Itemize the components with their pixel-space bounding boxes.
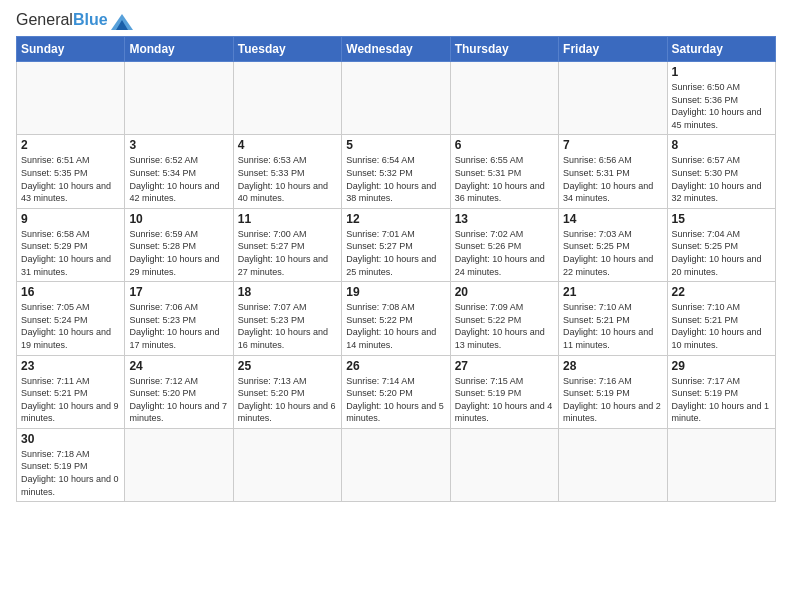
day-info: Sunrise: 6:51 AM Sunset: 5:35 PM Dayligh… — [21, 154, 120, 204]
day-number: 3 — [129, 138, 228, 152]
day-number: 18 — [238, 285, 337, 299]
page: GeneralBlue SundayMondayTuesdayWednesday… — [0, 0, 792, 512]
calendar-cell: 9Sunrise: 6:58 AM Sunset: 5:29 PM Daylig… — [17, 208, 125, 281]
day-info: Sunrise: 6:53 AM Sunset: 5:33 PM Dayligh… — [238, 154, 337, 204]
calendar: SundayMondayTuesdayWednesdayThursdayFrid… — [16, 36, 776, 502]
day-info: Sunrise: 6:50 AM Sunset: 5:36 PM Dayligh… — [672, 81, 771, 131]
calendar-row: 23Sunrise: 7:11 AM Sunset: 5:21 PM Dayli… — [17, 355, 776, 428]
day-number: 23 — [21, 359, 120, 373]
day-info: Sunrise: 7:08 AM Sunset: 5:22 PM Dayligh… — [346, 301, 445, 351]
logo-text: GeneralBlue — [16, 11, 108, 29]
calendar-cell: 29Sunrise: 7:17 AM Sunset: 5:19 PM Dayli… — [667, 355, 775, 428]
calendar-cell: 13Sunrise: 7:02 AM Sunset: 5:26 PM Dayli… — [450, 208, 558, 281]
calendar-header-row: SundayMondayTuesdayWednesdayThursdayFrid… — [17, 37, 776, 62]
day-number: 25 — [238, 359, 337, 373]
day-info: Sunrise: 7:18 AM Sunset: 5:19 PM Dayligh… — [21, 448, 120, 498]
calendar-cell: 28Sunrise: 7:16 AM Sunset: 5:19 PM Dayli… — [559, 355, 667, 428]
calendar-cell: 24Sunrise: 7:12 AM Sunset: 5:20 PM Dayli… — [125, 355, 233, 428]
calendar-cell — [667, 428, 775, 501]
day-info: Sunrise: 6:56 AM Sunset: 5:31 PM Dayligh… — [563, 154, 662, 204]
calendar-cell: 15Sunrise: 7:04 AM Sunset: 5:25 PM Dayli… — [667, 208, 775, 281]
day-number: 27 — [455, 359, 554, 373]
calendar-cell — [559, 62, 667, 135]
calendar-cell: 1Sunrise: 6:50 AM Sunset: 5:36 PM Daylig… — [667, 62, 775, 135]
day-info: Sunrise: 6:55 AM Sunset: 5:31 PM Dayligh… — [455, 154, 554, 204]
calendar-cell — [125, 428, 233, 501]
calendar-cell: 30Sunrise: 7:18 AM Sunset: 5:19 PM Dayli… — [17, 428, 125, 501]
day-number: 24 — [129, 359, 228, 373]
day-number: 20 — [455, 285, 554, 299]
day-info: Sunrise: 7:13 AM Sunset: 5:20 PM Dayligh… — [238, 375, 337, 425]
calendar-cell: 7Sunrise: 6:56 AM Sunset: 5:31 PM Daylig… — [559, 135, 667, 208]
logo-triangle-icon — [111, 10, 133, 30]
calendar-cell: 21Sunrise: 7:10 AM Sunset: 5:21 PM Dayli… — [559, 282, 667, 355]
day-info: Sunrise: 7:10 AM Sunset: 5:21 PM Dayligh… — [672, 301, 771, 351]
calendar-cell: 18Sunrise: 7:07 AM Sunset: 5:23 PM Dayli… — [233, 282, 341, 355]
calendar-cell: 17Sunrise: 7:06 AM Sunset: 5:23 PM Dayli… — [125, 282, 233, 355]
day-number: 13 — [455, 212, 554, 226]
calendar-cell: 4Sunrise: 6:53 AM Sunset: 5:33 PM Daylig… — [233, 135, 341, 208]
calendar-cell — [559, 428, 667, 501]
day-number: 11 — [238, 212, 337, 226]
calendar-cell — [17, 62, 125, 135]
calendar-cell: 16Sunrise: 7:05 AM Sunset: 5:24 PM Dayli… — [17, 282, 125, 355]
day-number: 2 — [21, 138, 120, 152]
day-info: Sunrise: 6:58 AM Sunset: 5:29 PM Dayligh… — [21, 228, 120, 278]
day-number: 17 — [129, 285, 228, 299]
day-number: 1 — [672, 65, 771, 79]
calendar-cell — [342, 62, 450, 135]
day-info: Sunrise: 7:09 AM Sunset: 5:22 PM Dayligh… — [455, 301, 554, 351]
calendar-cell — [342, 428, 450, 501]
day-number: 4 — [238, 138, 337, 152]
calendar-cell: 3Sunrise: 6:52 AM Sunset: 5:34 PM Daylig… — [125, 135, 233, 208]
day-number: 14 — [563, 212, 662, 226]
calendar-cell: 12Sunrise: 7:01 AM Sunset: 5:27 PM Dayli… — [342, 208, 450, 281]
calendar-cell: 6Sunrise: 6:55 AM Sunset: 5:31 PM Daylig… — [450, 135, 558, 208]
day-info: Sunrise: 7:12 AM Sunset: 5:20 PM Dayligh… — [129, 375, 228, 425]
day-number: 22 — [672, 285, 771, 299]
logo: GeneralBlue — [16, 10, 133, 30]
calendar-cell: 5Sunrise: 6:54 AM Sunset: 5:32 PM Daylig… — [342, 135, 450, 208]
day-number: 29 — [672, 359, 771, 373]
day-number: 26 — [346, 359, 445, 373]
day-info: Sunrise: 7:05 AM Sunset: 5:24 PM Dayligh… — [21, 301, 120, 351]
day-info: Sunrise: 6:54 AM Sunset: 5:32 PM Dayligh… — [346, 154, 445, 204]
calendar-cell — [125, 62, 233, 135]
weekday-header: Friday — [559, 37, 667, 62]
weekday-header: Wednesday — [342, 37, 450, 62]
calendar-cell: 27Sunrise: 7:15 AM Sunset: 5:19 PM Dayli… — [450, 355, 558, 428]
day-info: Sunrise: 7:14 AM Sunset: 5:20 PM Dayligh… — [346, 375, 445, 425]
calendar-cell: 26Sunrise: 7:14 AM Sunset: 5:20 PM Dayli… — [342, 355, 450, 428]
day-number: 5 — [346, 138, 445, 152]
day-info: Sunrise: 6:52 AM Sunset: 5:34 PM Dayligh… — [129, 154, 228, 204]
calendar-cell: 14Sunrise: 7:03 AM Sunset: 5:25 PM Dayli… — [559, 208, 667, 281]
calendar-row: 1Sunrise: 6:50 AM Sunset: 5:36 PM Daylig… — [17, 62, 776, 135]
day-info: Sunrise: 7:17 AM Sunset: 5:19 PM Dayligh… — [672, 375, 771, 425]
day-number: 19 — [346, 285, 445, 299]
calendar-cell: 22Sunrise: 7:10 AM Sunset: 5:21 PM Dayli… — [667, 282, 775, 355]
weekday-header: Tuesday — [233, 37, 341, 62]
day-info: Sunrise: 7:03 AM Sunset: 5:25 PM Dayligh… — [563, 228, 662, 278]
header: GeneralBlue — [16, 10, 776, 30]
day-info: Sunrise: 7:15 AM Sunset: 5:19 PM Dayligh… — [455, 375, 554, 425]
day-info: Sunrise: 7:00 AM Sunset: 5:27 PM Dayligh… — [238, 228, 337, 278]
day-number: 10 — [129, 212, 228, 226]
day-number: 16 — [21, 285, 120, 299]
day-number: 8 — [672, 138, 771, 152]
calendar-row: 16Sunrise: 7:05 AM Sunset: 5:24 PM Dayli… — [17, 282, 776, 355]
calendar-cell: 20Sunrise: 7:09 AM Sunset: 5:22 PM Dayli… — [450, 282, 558, 355]
calendar-cell — [233, 62, 341, 135]
calendar-row: 2Sunrise: 6:51 AM Sunset: 5:35 PM Daylig… — [17, 135, 776, 208]
calendar-cell: 8Sunrise: 6:57 AM Sunset: 5:30 PM Daylig… — [667, 135, 775, 208]
day-number: 28 — [563, 359, 662, 373]
day-number: 9 — [21, 212, 120, 226]
calendar-row: 9Sunrise: 6:58 AM Sunset: 5:29 PM Daylig… — [17, 208, 776, 281]
calendar-cell — [233, 428, 341, 501]
day-number: 7 — [563, 138, 662, 152]
weekday-header: Saturday — [667, 37, 775, 62]
day-number: 6 — [455, 138, 554, 152]
calendar-cell: 25Sunrise: 7:13 AM Sunset: 5:20 PM Dayli… — [233, 355, 341, 428]
day-info: Sunrise: 7:01 AM Sunset: 5:27 PM Dayligh… — [346, 228, 445, 278]
day-number: 21 — [563, 285, 662, 299]
day-info: Sunrise: 7:16 AM Sunset: 5:19 PM Dayligh… — [563, 375, 662, 425]
